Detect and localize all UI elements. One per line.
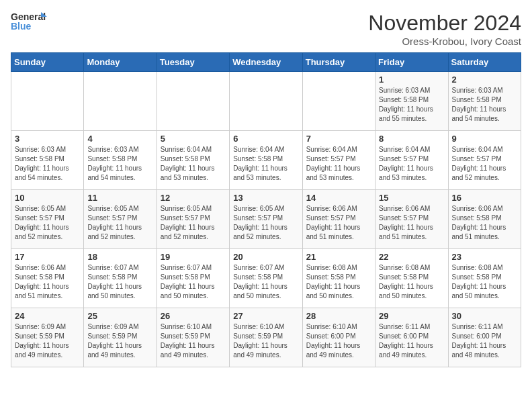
calendar-cell: 20Sunrise: 6:07 AMSunset: 5:58 PMDayligh… [230,249,302,308]
week-row-5: 24Sunrise: 6:09 AMSunset: 5:59 PMDayligh… [11,308,521,367]
calendar-table: SundayMondayTuesdayWednesdayThursdayFrid… [11,52,521,367]
calendar-cell: 15Sunrise: 6:06 AMSunset: 5:57 PMDayligh… [375,190,448,249]
day-info: Sunrise: 6:04 AMSunset: 5:57 PMDaylight:… [379,145,444,183]
calendar-cell [230,72,302,131]
day-number: 27 [233,311,298,321]
day-number: 29 [379,311,444,321]
calendar-cell: 11Sunrise: 6:05 AMSunset: 5:57 PMDayligh… [84,190,157,249]
day-info: Sunrise: 6:07 AMSunset: 5:58 PMDaylight:… [161,263,226,301]
day-number: 5 [161,134,226,144]
day-info: Sunrise: 6:07 AMSunset: 5:58 PMDaylight:… [233,263,298,301]
calendar-cell: 30Sunrise: 6:11 AMSunset: 6:00 PMDayligh… [448,308,521,367]
calendar-cell: 26Sunrise: 6:10 AMSunset: 5:59 PMDayligh… [157,308,229,367]
calendar-cell: 7Sunrise: 6:04 AMSunset: 5:57 PMDaylight… [302,131,375,190]
day-info: Sunrise: 6:05 AMSunset: 5:57 PMDaylight:… [87,204,152,242]
weekday-header-friday: Friday [375,53,448,72]
calendar-cell: 9Sunrise: 6:04 AMSunset: 5:57 PMDaylight… [448,131,521,190]
day-info: Sunrise: 6:04 AMSunset: 5:58 PMDaylight:… [233,145,298,183]
day-number: 6 [233,134,298,144]
day-info: Sunrise: 6:03 AMSunset: 5:58 PMDaylight:… [452,86,517,124]
month-title: November 2024 [368,11,521,36]
day-info: Sunrise: 6:03 AMSunset: 5:58 PMDaylight:… [379,86,444,124]
calendar-cell: 4Sunrise: 6:03 AMSunset: 5:58 PMDaylight… [84,131,157,190]
day-number: 10 [15,193,80,203]
day-info: Sunrise: 6:08 AMSunset: 5:58 PMDaylight:… [306,263,371,301]
title-block: November 2024 Oress-Krobou, Ivory Coast [368,11,521,47]
day-info: Sunrise: 6:04 AMSunset: 5:57 PMDaylight:… [306,145,371,183]
day-number: 20 [233,252,298,262]
day-number: 4 [87,134,152,144]
day-number: 24 [15,311,80,321]
day-info: Sunrise: 6:04 AMSunset: 5:58 PMDaylight:… [161,145,226,183]
day-number: 13 [233,193,298,203]
calendar-cell: 17Sunrise: 6:06 AMSunset: 5:58 PMDayligh… [11,249,84,308]
day-number: 12 [161,193,226,203]
day-number: 8 [379,134,444,144]
day-number: 15 [379,193,444,203]
weekday-header-wednesday: Wednesday [230,53,302,72]
page-header: GeneralBlue November 2024 Oress-Krobou, … [11,11,521,47]
day-info: Sunrise: 6:03 AMSunset: 5:58 PMDaylight:… [15,145,80,183]
day-info: Sunrise: 6:08 AMSunset: 5:58 PMDaylight:… [379,263,444,301]
day-number: 28 [306,311,371,321]
calendar-cell: 12Sunrise: 6:05 AMSunset: 5:57 PMDayligh… [157,190,229,249]
day-number: 11 [87,193,152,203]
day-info: Sunrise: 6:06 AMSunset: 5:57 PMDaylight:… [306,204,371,242]
day-number: 23 [452,252,517,262]
day-number: 16 [452,193,517,203]
day-info: Sunrise: 6:11 AMSunset: 6:00 PMDaylight:… [452,322,517,360]
day-info: Sunrise: 6:10 AMSunset: 5:59 PMDaylight:… [161,322,226,360]
day-number: 14 [306,193,371,203]
calendar-cell: 10Sunrise: 6:05 AMSunset: 5:57 PMDayligh… [11,190,84,249]
day-number: 21 [306,252,371,262]
weekday-header-tuesday: Tuesday [157,53,229,72]
week-row-1: 1Sunrise: 6:03 AMSunset: 5:58 PMDaylight… [11,72,521,131]
day-number: 26 [161,311,226,321]
day-info: Sunrise: 6:11 AMSunset: 6:00 PMDaylight:… [379,322,444,360]
calendar-cell: 8Sunrise: 6:04 AMSunset: 5:57 PMDaylight… [375,131,448,190]
day-number: 1 [379,75,444,85]
day-info: Sunrise: 6:06 AMSunset: 5:58 PMDaylight:… [15,263,80,301]
calendar-cell: 16Sunrise: 6:06 AMSunset: 5:58 PMDayligh… [448,190,521,249]
day-info: Sunrise: 6:09 AMSunset: 5:59 PMDaylight:… [87,322,152,360]
week-row-3: 10Sunrise: 6:05 AMSunset: 5:57 PMDayligh… [11,190,521,249]
calendar-cell [84,72,157,131]
day-info: Sunrise: 6:05 AMSunset: 5:57 PMDaylight:… [15,204,80,242]
day-number: 22 [379,252,444,262]
day-number: 9 [452,134,517,144]
day-info: Sunrise: 6:04 AMSunset: 5:57 PMDaylight:… [452,145,517,183]
day-number: 30 [452,311,517,321]
calendar-cell: 29Sunrise: 6:11 AMSunset: 6:00 PMDayligh… [375,308,448,367]
calendar-cell [302,72,375,131]
day-info: Sunrise: 6:06 AMSunset: 5:58 PMDaylight:… [452,204,517,242]
calendar-cell: 21Sunrise: 6:08 AMSunset: 5:58 PMDayligh… [302,249,375,308]
calendar-cell: 28Sunrise: 6:10 AMSunset: 6:00 PMDayligh… [302,308,375,367]
day-number: 17 [15,252,80,262]
weekday-header-sunday: Sunday [11,53,84,72]
week-row-2: 3Sunrise: 6:03 AMSunset: 5:58 PMDaylight… [11,131,521,190]
calendar-cell: 13Sunrise: 6:05 AMSunset: 5:57 PMDayligh… [230,190,302,249]
calendar-cell: 2Sunrise: 6:03 AMSunset: 5:58 PMDaylight… [448,72,521,131]
calendar-cell: 14Sunrise: 6:06 AMSunset: 5:57 PMDayligh… [302,190,375,249]
calendar-cell: 6Sunrise: 6:04 AMSunset: 5:58 PMDaylight… [230,131,302,190]
day-info: Sunrise: 6:05 AMSunset: 5:57 PMDaylight:… [161,204,226,242]
logo: GeneralBlue [11,11,48,35]
day-info: Sunrise: 6:08 AMSunset: 5:58 PMDaylight:… [452,263,517,301]
day-number: 7 [306,134,371,144]
week-row-4: 17Sunrise: 6:06 AMSunset: 5:58 PMDayligh… [11,249,521,308]
location: Oress-Krobou, Ivory Coast [368,36,521,47]
calendar-cell: 1Sunrise: 6:03 AMSunset: 5:58 PMDaylight… [375,72,448,131]
calendar-cell [11,72,84,131]
day-info: Sunrise: 6:06 AMSunset: 5:57 PMDaylight:… [379,204,444,242]
calendar-cell: 24Sunrise: 6:09 AMSunset: 5:59 PMDayligh… [11,308,84,367]
calendar-cell: 18Sunrise: 6:07 AMSunset: 5:58 PMDayligh… [84,249,157,308]
calendar-cell: 5Sunrise: 6:04 AMSunset: 5:58 PMDaylight… [157,131,229,190]
calendar-cell: 23Sunrise: 6:08 AMSunset: 5:58 PMDayligh… [448,249,521,308]
calendar-cell: 27Sunrise: 6:10 AMSunset: 5:59 PMDayligh… [230,308,302,367]
day-number: 2 [452,75,517,85]
calendar-cell: 3Sunrise: 6:03 AMSunset: 5:58 PMDaylight… [11,131,84,190]
calendar-cell: 22Sunrise: 6:08 AMSunset: 5:58 PMDayligh… [375,249,448,308]
day-number: 3 [15,134,80,144]
day-number: 18 [87,252,152,262]
day-number: 25 [87,311,152,321]
